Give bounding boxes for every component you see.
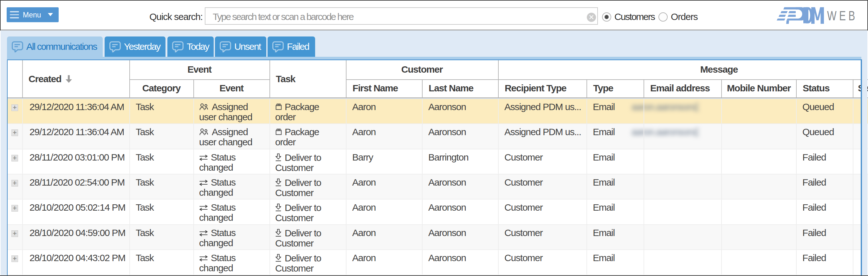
svg-text:WEB: WEB (827, 8, 858, 24)
